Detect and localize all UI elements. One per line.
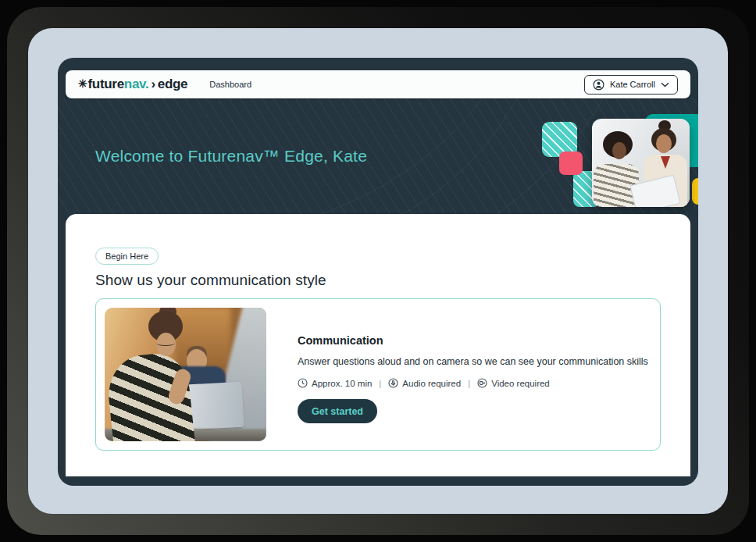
chevron-down-icon [661, 82, 669, 87]
get-started-button[interactable]: Get started [298, 399, 377, 423]
logo-future: future [87, 77, 123, 92]
begin-here-badge: Begin Here [95, 248, 159, 265]
logo-chevron-icon: › [151, 77, 155, 92]
user-avatar-icon [593, 79, 604, 91]
card-description: Answer questions aloud and on camera so … [298, 356, 648, 367]
user-menu-dropdown[interactable]: Kate Carroll [584, 75, 678, 94]
hero-collage [58, 98, 698, 214]
device-frame: ✳futurenav.›edge Dashboard Kate Carroll [7, 7, 749, 535]
decor-tile-pink [559, 152, 583, 175]
logo-asterisk-icon: ✳ [78, 77, 87, 90]
meta-divider: | [379, 379, 381, 388]
video-icon [477, 378, 487, 388]
logo-nav: nav. [124, 77, 149, 92]
top-navbar: ✳futurenav.›edge Dashboard Kate Carroll [66, 70, 690, 98]
mic-icon [388, 378, 398, 388]
nav-link-dashboard[interactable]: Dashboard [209, 80, 251, 89]
card-body: Communication Answer questions aloud and… [266, 308, 648, 441]
meta-duration: Approx. 10 min [298, 378, 372, 388]
hero-photo [592, 119, 690, 207]
meta-video: Video required [477, 378, 550, 388]
section-heading-communication: Show us your communication style [95, 271, 661, 290]
card-meta: Approx. 10 min | [298, 378, 648, 388]
communication-card: Communication Answer questions aloud and… [95, 298, 661, 451]
clock-icon [298, 378, 308, 388]
card-title: Communication [298, 334, 648, 347]
user-name: Kate Carroll [610, 80, 655, 89]
app-screen: ✳futurenav.›edge Dashboard Kate Carroll [58, 58, 698, 486]
hero-banner: Welcome to Futurenav™ Edge, Kate [58, 98, 698, 214]
brand-logo[interactable]: ✳futurenav.›edge [78, 77, 187, 92]
meta-audio: Audio required [388, 378, 461, 388]
meta-divider: | [468, 379, 470, 388]
decor-tile-yellow [692, 178, 698, 205]
logo-edge: edge [158, 77, 187, 92]
device-bezel: ✳futurenav.›edge Dashboard Kate Carroll [28, 28, 728, 514]
card-photo [105, 308, 266, 441]
content-panel: Begin Here Show us your communication st… [66, 214, 690, 476]
